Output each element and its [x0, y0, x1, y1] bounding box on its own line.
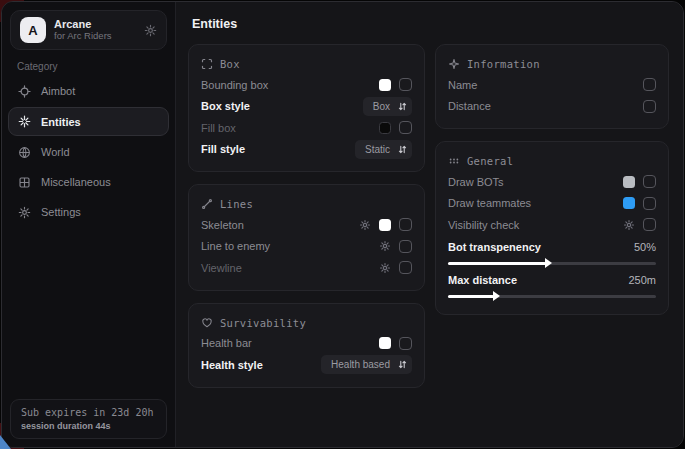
- sparkle-icon: [448, 58, 460, 70]
- slider-fill: [448, 262, 546, 265]
- health-bar-color-swatch[interactable]: [379, 337, 391, 349]
- sidebar-item-label: Settings: [41, 206, 81, 218]
- setting-row-draw-bots: Draw BOTs: [448, 171, 656, 193]
- sidebar-item-aimbot[interactable]: Aimbot: [8, 76, 169, 106]
- row-label: Name: [448, 79, 643, 91]
- setting-row-line-to-enemy: Line to enemy: [201, 236, 412, 258]
- sidebar-item-label: Miscellaneous: [41, 176, 111, 188]
- fill-box-checkbox[interactable]: [399, 121, 412, 134]
- dropdown-value: Health based: [331, 359, 390, 370]
- session-duration-text: session duration 44s: [21, 421, 156, 431]
- slider-thumb[interactable]: [493, 291, 500, 301]
- cards-area: BoxBounding boxBox styleBoxFill boxFill …: [188, 44, 669, 388]
- row-label: Bot transpenency: [448, 241, 634, 253]
- visibility-check-settings-icon[interactable]: [623, 219, 635, 231]
- row-controls: Health based: [321, 355, 412, 374]
- visibility-check-checkbox[interactable]: [643, 218, 656, 231]
- crosshair-icon: [18, 85, 31, 98]
- sort-icon: [397, 101, 408, 112]
- skeleton-checkbox[interactable]: [399, 218, 412, 231]
- sort-icon: [397, 359, 408, 370]
- gear-icon[interactable]: [144, 24, 157, 37]
- draw-teammates-checkbox[interactable]: [643, 197, 656, 210]
- setting-row-fill-box: Fill box: [201, 117, 412, 139]
- setting-row-health-style: Health styleHealth based: [201, 354, 412, 376]
- cheat-menu-window: A Arcane for Arc Riders Category AimbotE…: [1, 1, 684, 448]
- skeleton-settings-icon[interactable]: [359, 219, 371, 231]
- sidebar: A Arcane for Arc Riders Category AimbotE…: [2, 2, 176, 447]
- sidebar-item-world[interactable]: World: [8, 137, 169, 167]
- max-distance-value: 250m: [628, 274, 656, 286]
- row-label: Visibility check: [448, 219, 623, 231]
- globe-icon: [18, 146, 31, 159]
- sidebar-item-entities[interactable]: Entities: [8, 107, 169, 136]
- sort-icon: [397, 144, 408, 155]
- setting-row-box-style: Box styleBox: [201, 96, 412, 118]
- bot-transpenency-value: 50%: [634, 241, 656, 253]
- card-information: InformationNameDistance: [435, 44, 669, 129]
- slider-thumb[interactable]: [545, 258, 552, 268]
- row-controls: [623, 218, 656, 231]
- health-style-dropdown[interactable]: Health based: [321, 355, 412, 374]
- setting-row-bounding-box: Bounding box: [201, 74, 412, 96]
- card-title: Box: [220, 58, 240, 70]
- right-column: InformationNameDistanceGeneralDraw BOTsD…: [435, 44, 669, 315]
- max-distance-slider-group: Max distance250m: [448, 270, 656, 298]
- setting-row-visibility-check: Visibility check: [448, 214, 656, 236]
- bounding-box-checkbox[interactable]: [399, 78, 412, 91]
- bot-transpenency-slider-group: Bot transpenency50%: [448, 237, 656, 265]
- setting-row-name: Name: [448, 74, 656, 96]
- left-column: BoxBounding boxBox styleBoxFill boxFill …: [188, 44, 425, 388]
- row-controls: [379, 78, 412, 91]
- distance-checkbox[interactable]: [643, 100, 656, 113]
- row-label: Line to enemy: [201, 240, 379, 252]
- skeleton-color-swatch[interactable]: [379, 219, 391, 231]
- row-controls: [379, 261, 412, 274]
- name-checkbox[interactable]: [643, 78, 656, 91]
- setting-row-distance: Distance: [448, 96, 656, 118]
- box-corners-icon: [201, 58, 213, 70]
- logo-text: Arcane for Arc Riders: [54, 18, 136, 42]
- row-label: Skeleton: [201, 219, 359, 231]
- fill-style-dropdown[interactable]: Static: [355, 140, 412, 159]
- grid-icon: [18, 176, 31, 189]
- heart-icon: [201, 317, 213, 329]
- draw-bots-checkbox[interactable]: [643, 175, 656, 188]
- setting-row-fill-style: Fill styleStatic: [201, 139, 412, 161]
- app-title: Arcane: [54, 18, 136, 31]
- row-label: Bounding box: [201, 79, 379, 91]
- bot-transpenency-slider[interactable]: [448, 262, 656, 265]
- sub-expiry-text: Sub expires in 23d 20h: [21, 407, 156, 418]
- line-to-enemy-checkbox[interactable]: [399, 240, 412, 253]
- box-style-dropdown[interactable]: Box: [363, 97, 412, 116]
- fill-box-color-swatch[interactable]: [379, 122, 391, 134]
- draw-teammates-color-swatch[interactable]: [623, 197, 635, 209]
- sidebar-item-label: World: [41, 146, 70, 158]
- row-label: Box style: [201, 100, 363, 112]
- sidebar-item-label: Entities: [41, 116, 81, 128]
- row-label: Distance: [448, 100, 643, 112]
- row-controls: [643, 78, 656, 91]
- bounding-box-color-swatch[interactable]: [379, 79, 391, 91]
- card-header: Box: [201, 54, 412, 74]
- row-controls: [359, 218, 412, 231]
- health-bar-checkbox[interactable]: [399, 337, 412, 350]
- line-to-enemy-settings-icon[interactable]: [379, 240, 391, 252]
- viewline-settings-icon[interactable]: [379, 262, 391, 274]
- sidebar-item-settings[interactable]: Settings: [8, 197, 169, 227]
- sidebar-nav: AimbotEntitiesWorldMiscellaneousSettings: [2, 76, 175, 227]
- card-general: GeneralDraw BOTsDraw teammatesVisibility…: [435, 141, 669, 315]
- card-header: Survivability: [201, 313, 412, 333]
- max-distance-slider[interactable]: [448, 295, 656, 298]
- logo-card: A Arcane for Arc Riders: [10, 10, 167, 50]
- viewline-checkbox[interactable]: [399, 261, 412, 274]
- sidebar-item-miscellaneous[interactable]: Miscellaneous: [8, 167, 169, 197]
- setting-row-skeleton: Skeleton: [201, 214, 412, 236]
- line-icon: [201, 198, 213, 210]
- card-title: General: [467, 155, 513, 167]
- card-title: Information: [467, 58, 540, 70]
- draw-bots-color-swatch[interactable]: [623, 176, 635, 188]
- setting-row-viewline: Viewline: [201, 257, 412, 279]
- row-controls: [643, 100, 656, 113]
- card-title: Survivability: [220, 317, 306, 329]
